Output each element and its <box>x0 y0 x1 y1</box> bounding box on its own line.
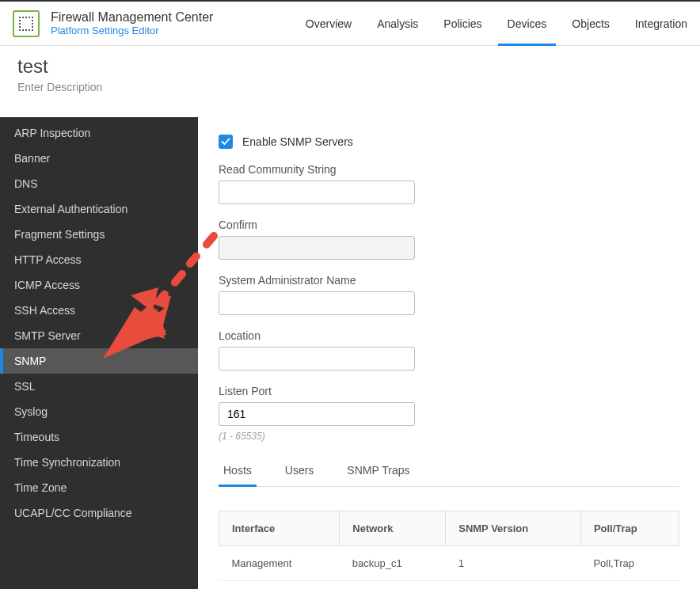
nav-objects[interactable]: Objects <box>572 3 609 44</box>
cell-interface: Management <box>219 546 340 581</box>
table-header-row: Interface Network SNMP Version Poll/Trap <box>219 511 679 546</box>
enable-snmp-row: Enable SNMP Servers <box>219 135 679 149</box>
app-subtitle[interactable]: Platform Settings Editor <box>51 25 213 37</box>
confirm-label: Confirm <box>219 218 679 231</box>
th-network: Network <box>340 511 446 546</box>
confirm-input[interactable] <box>219 236 415 260</box>
app-logo-icon <box>13 10 40 37</box>
sidebar-item-dns[interactable]: DNS <box>0 171 198 196</box>
snmp-tabs: Hosts Users SNMP Traps <box>219 456 679 487</box>
cell-network: backup_c1 <box>340 546 446 581</box>
nav-devices[interactable]: Devices <box>508 3 547 44</box>
page-description[interactable]: Enter Description <box>17 81 683 93</box>
sidebar-item-time-zone[interactable]: Time Zone <box>0 475 198 500</box>
sidebar-item-banner[interactable]: Banner <box>0 146 198 171</box>
page-title: test <box>17 55 683 78</box>
read-community-input[interactable] <box>219 180 415 204</box>
main-panel: Enable SNMP Servers Read Community Strin… <box>198 117 700 589</box>
nav-menu: Overview Analysis Policies Devices Objec… <box>306 3 687 44</box>
sysadmin-input[interactable] <box>219 291 415 315</box>
sidebar-item-smtp-server[interactable]: SMTP Server <box>0 323 198 348</box>
nav-integration[interactable]: Integration <box>635 3 687 44</box>
sidebar-item-icmp-access[interactable]: ICMP Access <box>0 272 198 298</box>
app-title-block: Firewall Management Center Platform Sett… <box>51 10 213 37</box>
listen-port-label: Listen Port <box>219 385 679 397</box>
nav-analysis[interactable]: Analysis <box>377 3 418 44</box>
th-poll-trap: Poll/Trap <box>580 511 679 546</box>
cell-poll-trap: Poll,Trap <box>580 546 679 581</box>
read-community-label: Read Community String <box>219 163 679 176</box>
nav-overview[interactable]: Overview <box>306 3 352 44</box>
location-input[interactable] <box>219 347 415 370</box>
sidebar-item-ucapl-cc-compliance[interactable]: UCAPL/CC Compliance <box>0 500 198 526</box>
enable-snmp-checkbox[interactable] <box>219 135 233 149</box>
content-area: ARP Inspection Banner DNS External Authe… <box>0 117 700 589</box>
tab-hosts[interactable]: Hosts <box>219 456 257 487</box>
top-bar: Firewall Management Center Platform Sett… <box>0 0 700 46</box>
page-header: test Enter Description <box>0 46 700 117</box>
sidebar-item-timeouts[interactable]: Timeouts <box>0 424 198 450</box>
sidebar-item-external-authentication[interactable]: External Authentication <box>0 196 198 222</box>
cell-snmp-version: 1 <box>446 546 581 581</box>
tab-snmp-traps[interactable]: SNMP Traps <box>342 456 414 486</box>
nav-policies[interactable]: Policies <box>443 3 481 44</box>
sysadmin-label: System Administrator Name <box>219 274 679 287</box>
table-row[interactable]: Management backup_c1 1 Poll,Trap <box>219 546 679 581</box>
sidebar-item-arp-inspection[interactable]: ARP Inspection <box>0 117 198 146</box>
app-title: Firewall Management Center <box>51 10 213 25</box>
th-snmp-version: SNMP Version <box>446 511 581 546</box>
sidebar-item-snmp[interactable]: SNMP <box>0 348 198 374</box>
enable-snmp-label: Enable SNMP Servers <box>242 135 353 148</box>
sidebar-item-ssl[interactable]: SSL <box>0 374 198 399</box>
listen-port-input[interactable] <box>219 402 415 426</box>
tab-users[interactable]: Users <box>280 456 319 486</box>
sidebar-item-syslog[interactable]: Syslog <box>0 399 198 424</box>
sidebar-item-ssh-access[interactable]: SSH Access <box>0 298 198 323</box>
location-label: Location <box>219 329 679 342</box>
th-interface: Interface <box>219 511 340 546</box>
checkmark-icon <box>221 137 230 146</box>
hosts-table: Interface Network SNMP Version Poll/Trap… <box>219 511 679 581</box>
sidebar: ARP Inspection Banner DNS External Authe… <box>0 117 198 589</box>
sidebar-item-http-access[interactable]: HTTP Access <box>0 247 198 272</box>
listen-port-hint: (1 - 65535) <box>219 431 679 442</box>
sidebar-item-time-synchronization[interactable]: Time Synchronization <box>0 450 198 475</box>
sidebar-item-fragment-settings[interactable]: Fragment Settings <box>0 222 198 247</box>
